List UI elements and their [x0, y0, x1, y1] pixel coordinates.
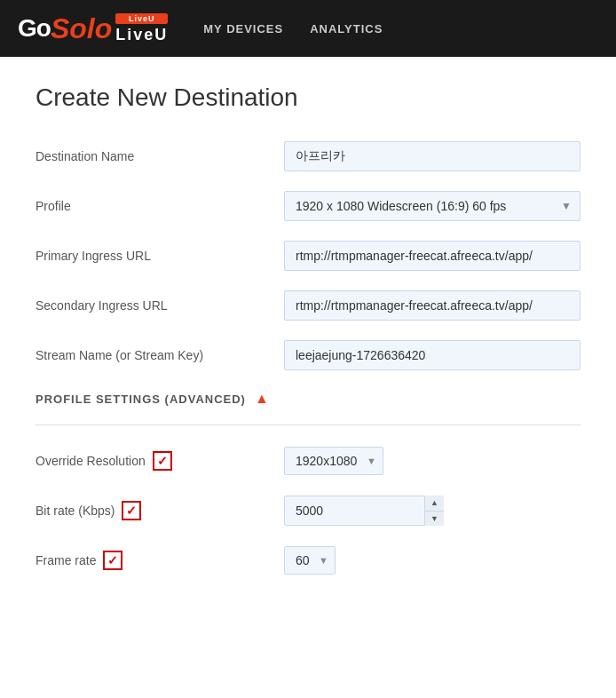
framerate-row: Frame rate ✓ 60 30 24 ▼: [36, 543, 580, 578]
profile-row: Profile 1920 x 1080 Widescreen (16:9) 60…: [36, 188, 580, 224]
destination-name-input[interactable]: [284, 141, 580, 171]
framerate-select[interactable]: 60 30 24: [284, 546, 336, 575]
override-resolution-label: Override Resolution: [36, 454, 146, 468]
secondary-ingress-row: Secondary Ingress URL: [36, 288, 580, 323]
secondary-ingress-label: Secondary Ingress URL: [36, 298, 284, 313]
stream-name-input[interactable]: [284, 340, 580, 370]
destination-name-row: Destination Name: [36, 139, 580, 174]
logo-solo: Solo: [51, 12, 112, 45]
logo-go: Go: [18, 14, 51, 43]
framerate-checkbox-wrapper: Frame rate ✓: [36, 551, 284, 570]
stream-name-label: Stream Name (or Stream Key): [36, 348, 284, 362]
bitrate-row: Bit rate (Kbps) ✓ ▲ ▼: [36, 493, 580, 528]
bitrate-increment-button[interactable]: ▲: [425, 496, 444, 512]
override-resolution-select-wrapper: 1920x1080 1280x720 854x480 ▼: [284, 447, 383, 475]
nav-links: MY DEVICES ANALYTICS: [203, 22, 383, 36]
bitrate-decrement-button[interactable]: ▼: [425, 512, 444, 527]
bitrate-checkbox-wrapper: Bit rate (Kbps) ✓: [36, 501, 284, 520]
page-content: Create New Destination Destination Name …: [0, 57, 616, 619]
chevron-up-icon[interactable]: ▲: [255, 391, 269, 407]
destination-name-label: Destination Name: [36, 149, 284, 163]
advanced-section-label: PROFILE SETTINGS (ADVANCED): [36, 393, 246, 406]
stream-name-row: Stream Name (or Stream Key): [36, 337, 580, 373]
advanced-section-header: PROFILE SETTINGS (ADVANCED) ▲: [36, 391, 580, 407]
profile-select[interactable]: 1920 x 1080 Widescreen (16:9) 60 fps: [284, 191, 580, 221]
page-title: Create New Destination: [36, 83, 580, 112]
framerate-checkmark: ✓: [107, 554, 118, 567]
framerate-select-wrapper: 60 30 24 ▼: [284, 546, 336, 575]
override-resolution-checkbox-wrapper: Override Resolution ✓: [36, 451, 284, 471]
bitrate-checkbox[interactable]: ✓: [122, 501, 141, 520]
navbar: Go Solo LiveU LiveU MY DEVICES ANALYTICS: [0, 0, 616, 57]
profile-select-wrapper: 1920 x 1080 Widescreen (16:9) 60 fps ▼: [284, 191, 580, 221]
divider: [36, 424, 580, 425]
bitrate-label: Bit rate (Kbps): [36, 504, 115, 518]
logo: Go Solo LiveU LiveU: [18, 12, 168, 45]
override-resolution-checkbox[interactable]: ✓: [153, 451, 172, 471]
override-resolution-select[interactable]: 1920x1080 1280x720 854x480: [284, 447, 383, 475]
override-resolution-checkmark: ✓: [157, 455, 168, 467]
bitrate-input[interactable]: [284, 496, 444, 526]
bitrate-spinner-wrapper: ▲ ▼: [284, 496, 444, 526]
primary-ingress-input[interactable]: [284, 241, 580, 271]
primary-ingress-row: Primary Ingress URL: [36, 238, 580, 274]
nav-analytics[interactable]: ANALYTICS: [310, 22, 383, 36]
liveu-text: LiveU: [115, 26, 168, 44]
framerate-checkbox[interactable]: ✓: [103, 551, 122, 570]
bitrate-checkmark: ✓: [126, 504, 137, 517]
nav-my-devices[interactable]: MY DEVICES: [203, 22, 283, 36]
framerate-label: Frame rate: [36, 553, 96, 567]
primary-ingress-label: Primary Ingress URL: [36, 249, 284, 263]
logo-liveu-container: LiveU LiveU: [115, 13, 168, 44]
bitrate-spinner-buttons: ▲ ▼: [424, 496, 444, 526]
secondary-ingress-input[interactable]: [284, 290, 580, 321]
liveu-badge: LiveU: [115, 13, 168, 24]
profile-label: Profile: [36, 199, 284, 213]
override-resolution-row: Override Resolution ✓ 1920x1080 1280x720…: [36, 443, 580, 479]
